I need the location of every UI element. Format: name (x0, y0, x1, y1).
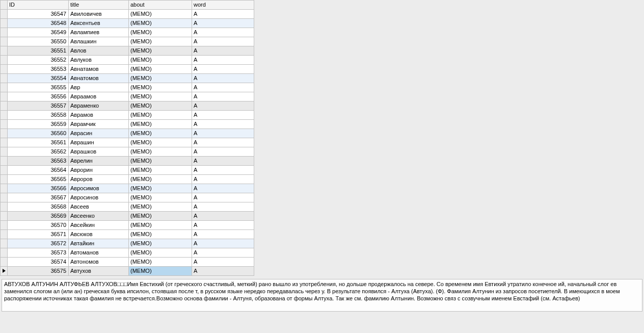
table-row[interactable]: 36557Авраменко(MEMO)А (1, 101, 254, 111)
table-row[interactable]: 36553Авнатамов(MEMO)А (1, 65, 254, 74)
cell-title[interactable]: Авнатамов (69, 65, 129, 74)
cell-word[interactable]: А (192, 56, 254, 65)
row-selector[interactable] (1, 65, 8, 74)
cell-word[interactable]: А (192, 267, 254, 276)
cell-about[interactable]: (MEMO) (129, 56, 192, 65)
cell-title[interactable]: Авиловичев (69, 10, 129, 19)
cell-about[interactable]: (MEMO) (129, 175, 192, 184)
cell-id[interactable]: 36548 (8, 19, 69, 28)
cell-about[interactable]: (MEMO) (129, 157, 192, 166)
cell-title[interactable]: Авлов (69, 46, 129, 56)
row-selector[interactable] (1, 230, 8, 239)
cell-id[interactable]: 36557 (8, 101, 69, 111)
cell-about[interactable]: (MEMO) (129, 111, 192, 120)
row-selector[interactable] (1, 37, 8, 46)
cell-title[interactable]: Авксентьев (69, 19, 129, 28)
cell-id[interactable]: 36570 (8, 221, 69, 230)
cell-about[interactable]: (MEMO) (129, 212, 192, 221)
row-selector[interactable] (1, 248, 8, 258)
cell-word[interactable]: А (192, 65, 254, 74)
cell-about[interactable]: (MEMO) (129, 230, 192, 239)
cell-word[interactable]: А (192, 248, 254, 258)
cell-id[interactable]: 36560 (8, 129, 69, 138)
cell-about[interactable]: (MEMO) (129, 248, 192, 258)
row-selector[interactable] (1, 83, 8, 92)
table-row[interactable]: 36570Авсейкин(MEMO)А (1, 221, 254, 230)
cell-id[interactable]: 36553 (8, 65, 69, 74)
cell-id[interactable]: 36574 (8, 258, 69, 267)
cell-id[interactable]: 36575 (8, 267, 69, 276)
table-row[interactable]: 36574Автономов(MEMO)А (1, 258, 254, 267)
cell-word[interactable]: А (192, 46, 254, 56)
cell-id[interactable]: 36559 (8, 120, 69, 129)
cell-about[interactable]: (MEMO) (129, 147, 192, 157)
cell-title[interactable]: Авлуков (69, 56, 129, 65)
cell-word[interactable]: А (192, 147, 254, 157)
cell-about[interactable]: (MEMO) (129, 184, 192, 193)
cell-about[interactable]: (MEMO) (129, 92, 192, 101)
cell-title[interactable]: Авроров (69, 175, 129, 184)
cell-title[interactable]: Аврашков (69, 147, 129, 157)
cell-about[interactable]: (MEMO) (129, 10, 192, 19)
cell-title[interactable]: Авсюков (69, 230, 129, 239)
table-row[interactable]: 36575Автухов(MEMO)А (1, 267, 254, 276)
cell-id[interactable]: 36561 (8, 138, 69, 147)
cell-title[interactable]: Авраамов (69, 92, 129, 101)
row-selector[interactable] (1, 129, 8, 138)
table-row[interactable]: 36567Авросинов(MEMO)А (1, 193, 254, 202)
cell-word[interactable]: А (192, 92, 254, 101)
cell-id[interactable]: 36565 (8, 175, 69, 184)
cell-id[interactable]: 36563 (8, 157, 69, 166)
detail-text-pane[interactable]: АВТУХОВ АЛТУНИН АЛТУФЬЕВ АЛТУХОВ□□□Имя Е… (2, 279, 642, 312)
table-row[interactable]: 36561Аврашин(MEMO)А (1, 138, 254, 147)
cell-word[interactable]: А (192, 120, 254, 129)
cell-id[interactable]: 36550 (8, 37, 69, 46)
cell-id[interactable]: 36569 (8, 212, 69, 221)
row-selector[interactable] (1, 101, 8, 111)
cell-word[interactable]: А (192, 129, 254, 138)
cell-word[interactable]: А (192, 37, 254, 46)
table-row[interactable]: 36568Авсеев(MEMO)А (1, 202, 254, 212)
table-row[interactable]: 36560Аврасин(MEMO)А (1, 129, 254, 138)
cell-about[interactable]: (MEMO) (129, 202, 192, 212)
cell-title[interactable]: Аврелин (69, 157, 129, 166)
row-selector[interactable] (1, 28, 8, 37)
data-grid[interactable]: ID title about word 36547Авиловичев(MEMO… (0, 0, 254, 276)
row-selector[interactable] (1, 111, 8, 120)
cell-title[interactable]: Автухов (69, 267, 129, 276)
table-row[interactable]: 36572Автайкин(MEMO)А (1, 239, 254, 248)
table-row[interactable]: 36548Авксентьев(MEMO)А (1, 19, 254, 28)
cell-word[interactable]: А (192, 230, 254, 239)
cell-word[interactable]: А (192, 239, 254, 248)
cell-word[interactable]: А (192, 157, 254, 166)
row-selector[interactable] (1, 120, 8, 129)
col-header-about[interactable]: about (129, 1, 192, 10)
cell-title[interactable]: Автоманов (69, 248, 129, 258)
row-selector[interactable] (1, 202, 8, 212)
cell-id[interactable]: 36551 (8, 46, 69, 56)
cell-id[interactable]: 36568 (8, 202, 69, 212)
cell-about[interactable]: (MEMO) (129, 193, 192, 202)
cell-about[interactable]: (MEMO) (129, 28, 192, 37)
cell-title[interactable]: Автайкин (69, 239, 129, 248)
cell-word[interactable]: А (192, 19, 254, 28)
cell-about[interactable]: (MEMO) (129, 166, 192, 175)
cell-title[interactable]: Авнатомов (69, 74, 129, 83)
row-selector[interactable] (1, 258, 8, 267)
cell-title[interactable]: Авлампиев (69, 28, 129, 37)
cell-word[interactable]: А (192, 83, 254, 92)
cell-about[interactable]: (MEMO) (129, 120, 192, 129)
table-row[interactable]: 36550Авлашкин(MEMO)А (1, 37, 254, 46)
row-selector[interactable] (1, 147, 8, 157)
cell-word[interactable]: А (192, 258, 254, 267)
cell-id[interactable]: 36556 (8, 92, 69, 101)
cell-about[interactable]: (MEMO) (129, 138, 192, 147)
cell-id[interactable]: 36573 (8, 248, 69, 258)
table-row[interactable]: 36549Авлампиев(MEMO)А (1, 28, 254, 37)
row-selector[interactable] (1, 19, 8, 28)
cell-about[interactable]: (MEMO) (129, 37, 192, 46)
table-row[interactable]: 36555Авр(MEMO)А (1, 83, 254, 92)
table-row[interactable]: 36556Авраамов(MEMO)А (1, 92, 254, 101)
cell-word[interactable]: А (192, 111, 254, 120)
row-selector[interactable] (1, 166, 8, 175)
